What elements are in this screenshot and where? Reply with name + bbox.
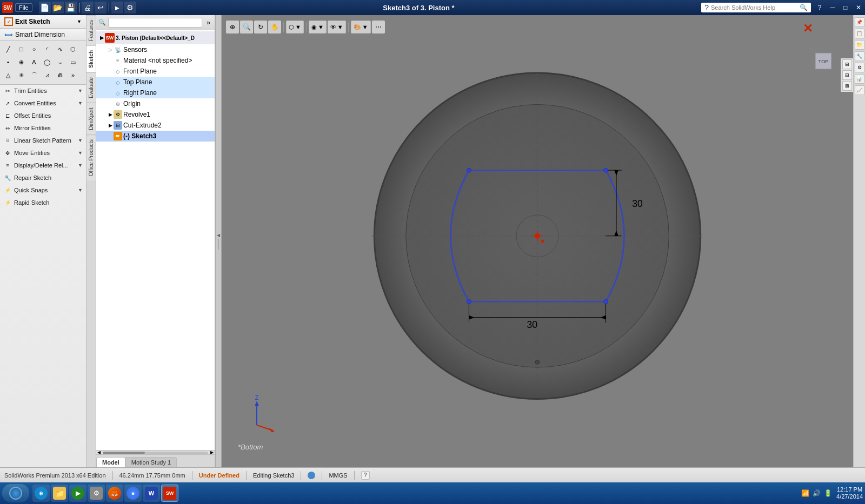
motion-study-tab[interactable]: Motion Study 1 bbox=[125, 457, 177, 467]
repair-sketch-item[interactable]: 🔧 Repair Sketch bbox=[0, 172, 86, 184]
polygon-tool[interactable]: ⬡ bbox=[67, 43, 79, 55]
taskbar-firefox-btn[interactable]: 🦊 bbox=[106, 485, 123, 502]
restore-btn[interactable]: □ bbox=[841, 3, 850, 12]
tree-top-plane[interactable]: ▷ ◇ Top Plane bbox=[96, 77, 215, 88]
sketch-canvas[interactable]: 30 30 bbox=[222, 15, 853, 467]
ellipse-tool[interactable]: ◯ bbox=[41, 56, 53, 68]
cut-extrude2-expand[interactable]: ▶ bbox=[107, 122, 114, 129]
feature-tree-filter[interactable] bbox=[108, 18, 202, 28]
office-products-tab[interactable]: Office Products bbox=[86, 135, 96, 180]
view-tile-btn[interactable]: ⊠ bbox=[842, 81, 852, 91]
point-tool[interactable]: • bbox=[2, 56, 14, 68]
rectangle-tool[interactable]: □ bbox=[15, 43, 27, 55]
spline-tool[interactable]: ∿ bbox=[54, 43, 66, 55]
taskbar-chrome-btn[interactable]: ● bbox=[124, 485, 142, 502]
select-btn[interactable]: ▶ bbox=[111, 2, 123, 14]
rp-btn1[interactable]: 📌 bbox=[855, 17, 864, 27]
panel-collapse-handle[interactable]: ◀ bbox=[215, 15, 222, 467]
start-btn[interactable] bbox=[2, 484, 29, 502]
move-entities-item[interactable]: ✥ Move Entities ▼ bbox=[0, 147, 86, 159]
view-cube[interactable]: TOP bbox=[804, 42, 842, 80]
dimxpert-tab[interactable]: DimXpert bbox=[86, 103, 96, 135]
bottom-tabs: Model Motion Study 1 bbox=[96, 454, 215, 467]
print-btn[interactable]: 🖨 bbox=[82, 2, 94, 14]
help-question-btn[interactable]: ? bbox=[361, 471, 370, 480]
sketch-tab[interactable]: Sketch bbox=[86, 45, 96, 72]
taskbar-ie-btn[interactable]: e bbox=[32, 485, 50, 502]
options-btn[interactable]: ⚙ bbox=[124, 2, 136, 14]
taskbar-sw-btn[interactable]: SW bbox=[161, 485, 178, 502]
tree-sensors[interactable]: ▷ 📡 Sensors bbox=[96, 44, 215, 55]
rapid-sketch-item[interactable]: ⚡ Rapid Sketch bbox=[0, 197, 86, 209]
tree-right-plane[interactable]: ▷ ◇ Right Plane bbox=[96, 88, 215, 98]
viewport-close-btn[interactable]: ✕ bbox=[803, 22, 813, 36]
plane-tool[interactable]: ▭ bbox=[67, 56, 79, 68]
tree-revolve1[interactable]: ▶ ⚙ Revolve1 bbox=[96, 109, 215, 120]
file-menu[interactable]: File bbox=[15, 3, 32, 12]
offset-entities-item[interactable]: ⊏ Offset Entities bbox=[0, 110, 86, 122]
save-btn[interactable]: 💾 bbox=[65, 2, 77, 14]
root-expand[interactable]: ▶ bbox=[98, 35, 105, 41]
tree-scrollbar-thumb[interactable] bbox=[103, 452, 145, 454]
centerline-tool[interactable]: ⊕ bbox=[15, 56, 27, 68]
display-delete-relations-item[interactable]: ≡ Display/Delete Rel... ▼ bbox=[0, 159, 86, 172]
revolve1-expand[interactable]: ▶ bbox=[107, 111, 114, 118]
close-btn[interactable]: ✕ bbox=[854, 3, 863, 12]
features-tab[interactable]: Features bbox=[86, 15, 96, 45]
tree-front-plane[interactable]: ▷ ◇ Front Plane bbox=[96, 66, 215, 77]
more-tool[interactable]: » bbox=[67, 69, 79, 81]
rp-btn6[interactable]: 📊 bbox=[855, 74, 864, 84]
trim-entities-item[interactable]: ✂ Trim Entities ▼ bbox=[0, 85, 86, 97]
rebuild-indicator[interactable] bbox=[308, 472, 315, 479]
triangle-tool[interactable]: △ bbox=[2, 69, 14, 81]
taskbar-settings-btn[interactable]: ⚙ bbox=[88, 485, 105, 502]
exit-icon: ✓ bbox=[4, 17, 13, 26]
titlebar-right: ? 🔍 ? ─ □ ✕ bbox=[701, 3, 863, 12]
evaluate-tab[interactable]: Evaluate bbox=[86, 72, 96, 103]
arc-tool[interactable]: ◜ bbox=[41, 43, 53, 55]
line-tool[interactable]: ╱ bbox=[2, 43, 14, 55]
quick-snaps-item[interactable]: ⚡ Quick Snaps ▼ bbox=[0, 184, 86, 197]
circle-tool[interactable]: ○ bbox=[28, 43, 40, 55]
taskbar-media-btn[interactable]: ▶ bbox=[69, 485, 86, 502]
tree-sketch3[interactable]: ▷ ✏ (-) Sketch3 bbox=[96, 131, 215, 142]
search-input[interactable] bbox=[711, 4, 797, 11]
tree-root[interactable]: ▶ SW 3. Piston (Default<<Default>_D bbox=[96, 31, 215, 44]
view-split-btn[interactable]: ⊟ bbox=[842, 70, 852, 80]
smart-dimension-button[interactable]: ⟺ Smart Dimension bbox=[0, 29, 86, 41]
taskbar-word-btn[interactable]: W bbox=[143, 485, 160, 502]
fillet-tool[interactable]: ⌒ bbox=[28, 69, 40, 81]
model-tab[interactable]: Model bbox=[96, 457, 125, 467]
search-btn-icon[interactable]: 🔍 bbox=[800, 4, 808, 11]
rp-btn4[interactable]: 🔧 bbox=[855, 51, 864, 61]
sensors-expand[interactable]: ▷ bbox=[107, 46, 114, 53]
convert-entities-item[interactable]: ↗ Convert Entities ▼ bbox=[0, 97, 86, 110]
view-orient-btn[interactable]: ⊞ bbox=[842, 59, 852, 69]
minimize-btn[interactable]: ─ bbox=[828, 3, 837, 12]
tree-scrollbar-track[interactable] bbox=[103, 452, 208, 454]
help-btn[interactable]: ? bbox=[815, 3, 824, 12]
open-btn[interactable]: 📂 bbox=[52, 2, 64, 14]
mirror-entities-item[interactable]: ⇔ Mirror Entities bbox=[0, 122, 86, 135]
move-label: Move Entities bbox=[14, 150, 76, 156]
viewport[interactable]: ⊕ 🔍 ↻ ✋ ⬡ ▼ ◉ ▼ 👁 ▼ 🎨 ▼ ⋯ bbox=[222, 15, 853, 467]
new-btn[interactable]: 📄 bbox=[39, 2, 51, 14]
tree-cut-extrude2[interactable]: ▶ ⊟ Cut-Extrude2 bbox=[96, 120, 215, 131]
rp-btn7[interactable]: 📈 bbox=[855, 85, 864, 95]
chamfer-tool[interactable]: ⊿ bbox=[41, 69, 53, 81]
rp-btn5[interactable]: ⚙ bbox=[855, 63, 864, 72]
tree-origin[interactable]: ▷ ⊕ Origin bbox=[96, 98, 215, 109]
undo-btn[interactable]: ↩ bbox=[95, 2, 107, 14]
star-tool[interactable]: ✳ bbox=[15, 69, 27, 81]
taskbar-explorer-btn[interactable]: 📁 bbox=[51, 485, 68, 502]
parabola-tool[interactable]: ⌣ bbox=[54, 56, 66, 68]
offset-tool[interactable]: ⋒ bbox=[54, 69, 66, 81]
exit-sketch-button[interactable]: ✓ Exit Sketch ▼ bbox=[0, 15, 86, 29]
tree-material[interactable]: ▷ ≡ Material <not specified> bbox=[96, 55, 215, 66]
linear-sketch-pattern-item[interactable]: ⠿ Linear Sketch Pattern ▼ bbox=[0, 135, 86, 147]
rp-btn3[interactable]: 📁 bbox=[855, 40, 864, 50]
expand-all-btn[interactable]: » bbox=[204, 19, 212, 26]
rp-btn2[interactable]: 📋 bbox=[855, 29, 864, 38]
taskbar-clock[interactable]: 12:17 PM 4/27/2014 bbox=[836, 486, 863, 500]
text-tool[interactable]: A bbox=[28, 56, 40, 68]
